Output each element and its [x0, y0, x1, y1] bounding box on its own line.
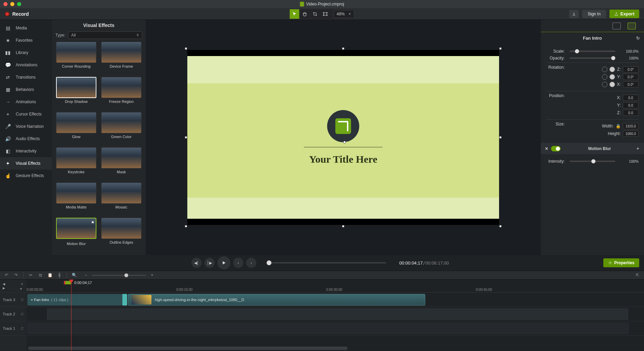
rail-item-behaviors[interactable]: ▦Behaviors — [0, 83, 52, 96]
video-clip[interactable]: high-speed-driving-in-the-night_e4mj4wtz… — [128, 294, 425, 306]
signin-button[interactable]: Sign In — [582, 10, 606, 18]
effect-item-keystroke[interactable]: Keystroke — [55, 147, 97, 180]
next-clip-button[interactable]: › — [246, 258, 256, 268]
cut-button[interactable]: ✂ — [27, 272, 35, 279]
position-y-field[interactable]: 0.0 — [623, 102, 639, 108]
effect-item-device-frame[interactable]: Device Frame — [100, 42, 142, 75]
lock-icon[interactable]: 🔒 — [616, 124, 621, 129]
effect-item-motion-blur[interactable]: ★Motion Blur — [55, 218, 97, 252]
width-field[interactable]: 1920.0 — [623, 123, 639, 129]
resize-handle[interactable] — [499, 136, 501, 138]
reset-icon[interactable]: ↻ — [636, 36, 640, 41]
effect-item-corner-rounding[interactable]: Corner Rounding — [55, 42, 97, 75]
effect-enabled-toggle[interactable] — [551, 146, 561, 151]
effect-item-mask[interactable]: Mask — [100, 147, 142, 180]
resize-handle[interactable] — [342, 48, 344, 50]
rail-item-media[interactable]: ▤Media — [0, 22, 52, 34]
prev-frame-button[interactable]: ◀│ — [191, 258, 202, 268]
audio-clip[interactable] — [27, 323, 629, 334]
resize-handle[interactable] — [342, 225, 344, 227]
record-button[interactable]: Record — [0, 11, 33, 17]
effect-item-media-matte[interactable]: Media Matte — [55, 183, 97, 216]
rail-item-annotations[interactable]: 💬Annotations — [0, 59, 52, 71]
minimize-window-icon[interactable] — [10, 2, 14, 6]
effect-item-outline-edges[interactable]: Outline Edges — [100, 218, 142, 252]
rail-item-favorites[interactable]: ★Favorites — [0, 34, 52, 46]
marker-next-button[interactable]: ▶ — [3, 286, 5, 290]
height-field[interactable]: 1080.0 — [623, 131, 639, 137]
clip-group[interactable]: + Fan Intro ( 11 clips ) — [27, 294, 126, 306]
add-track-button[interactable]: ＋ — [20, 281, 24, 286]
effect-item-freeze-region[interactable]: Freeze Region — [100, 77, 142, 110]
remove-effect-icon[interactable]: ✕ — [545, 146, 548, 151]
rail-item-animations[interactable]: →Animations — [0, 96, 52, 108]
rotate-dial-icon[interactable] — [609, 67, 615, 72]
resize-handle[interactable] — [185, 136, 187, 138]
resize-handle[interactable] — [499, 225, 501, 227]
timeline-track[interactable] — [27, 307, 644, 321]
rail-item-transitions[interactable]: ⇄Transitions — [0, 71, 52, 83]
rail-item-audio-effects[interactable]: 🔊Audio Effects — [0, 133, 52, 145]
marker-in-icon[interactable] — [64, 281, 65, 284]
marker-prev-button[interactable]: ◀ — [3, 282, 5, 286]
canvas-area[interactable]: Your Title Here — [146, 20, 541, 255]
rotation-x-field[interactable]: 0.0° — [623, 81, 639, 87]
effect-item-green-color[interactable]: Green Color — [100, 112, 142, 145]
crop-tool[interactable] — [310, 9, 320, 19]
redo-button[interactable]: ↷ — [12, 272, 20, 279]
properties-button[interactable]: Properties — [603, 258, 639, 267]
rotation-y-field[interactable]: 0.0° — [623, 74, 639, 80]
audio-clip[interactable] — [47, 308, 628, 320]
rotate-z-icon[interactable] — [602, 67, 607, 72]
rail-item-cursor-effects[interactable]: ⌖Cursor Effects — [0, 108, 52, 120]
smart-focus-tool[interactable] — [321, 9, 330, 19]
track-options-button[interactable]: ▾ — [20, 287, 24, 291]
close-window-icon[interactable] — [3, 2, 8, 6]
resize-handle[interactable] — [499, 48, 501, 50]
properties-tab-layout[interactable] — [628, 23, 636, 29]
intensity-slider[interactable] — [569, 161, 615, 162]
rotate-dial-icon[interactable] — [609, 74, 615, 80]
rotation-z-field[interactable]: 0.0° — [623, 66, 639, 72]
canvas-zoom-dropdown[interactable]: 48% ▼ — [334, 10, 354, 18]
select-tool[interactable] — [290, 9, 299, 19]
export-button[interactable]: Export — [609, 10, 639, 18]
timeline-ruler[interactable]: 0:00:04;17 0:00:00;000:00:15;000:00:30;0… — [27, 280, 644, 293]
play-button[interactable] — [217, 256, 230, 269]
timeline-detach-button[interactable]: ⇱ — [634, 272, 641, 279]
timeline-track[interactable] — [27, 321, 644, 336]
effect-item-mosaic[interactable]: Mosaic — [100, 183, 142, 216]
lock-icon[interactable]: ⊏ — [21, 326, 24, 330]
opacity-slider[interactable] — [569, 57, 615, 59]
position-x-field[interactable]: 0.0 — [623, 95, 639, 101]
transition-icon[interactable] — [122, 294, 127, 306]
add-effect-icon[interactable]: ＋ — [636, 146, 640, 151]
fullscreen-window-icon[interactable] — [17, 2, 21, 6]
copy-button[interactable]: ⧉ — [37, 272, 44, 279]
rail-item-interactivity[interactable]: ◧Interactivity — [0, 145, 52, 157]
rotate-y-icon[interactable] — [602, 74, 607, 80]
effects-type-dropdown[interactable]: All ⇅ — [68, 31, 142, 39]
resize-handle[interactable] — [185, 48, 187, 50]
lock-icon[interactable]: ⊏ — [21, 312, 24, 316]
download-button[interactable] — [569, 10, 579, 18]
rotate-handle[interactable] — [343, 141, 346, 144]
lock-icon[interactable]: ⊏ — [21, 297, 24, 302]
position-z-field[interactable]: 0.0 — [623, 110, 639, 116]
rail-item-visual-effects[interactable]: ✦Visual Effects — [0, 157, 52, 170]
track-header[interactable]: Track 2⊏ — [0, 307, 27, 321]
rail-item-gesture-effects[interactable]: ☝Gesture Effects — [0, 170, 52, 182]
split-button[interactable]: ╫ — [56, 272, 63, 279]
timeline-scrollbar[interactable] — [28, 347, 643, 350]
playback-scrubber[interactable] — [267, 262, 386, 264]
canvas-selection[interactable]: Your Title Here — [186, 49, 500, 226]
timeline-track[interactable]: + Fan Intro ( 11 clips ) high-speed-driv… — [27, 293, 644, 307]
resize-handle[interactable] — [185, 225, 187, 227]
prev-clip-button[interactable]: ‹ — [233, 258, 243, 268]
effect-item-drop-shadow[interactable]: Drop Shadow — [55, 77, 97, 110]
paste-button[interactable]: 📋 — [46, 272, 54, 279]
playhead[interactable] — [71, 280, 71, 351]
properties-tab-visual[interactable] — [613, 23, 621, 29]
timeline-zoom-fit-button[interactable]: 🔍 — [70, 272, 78, 279]
pan-tool[interactable] — [300, 9, 310, 19]
